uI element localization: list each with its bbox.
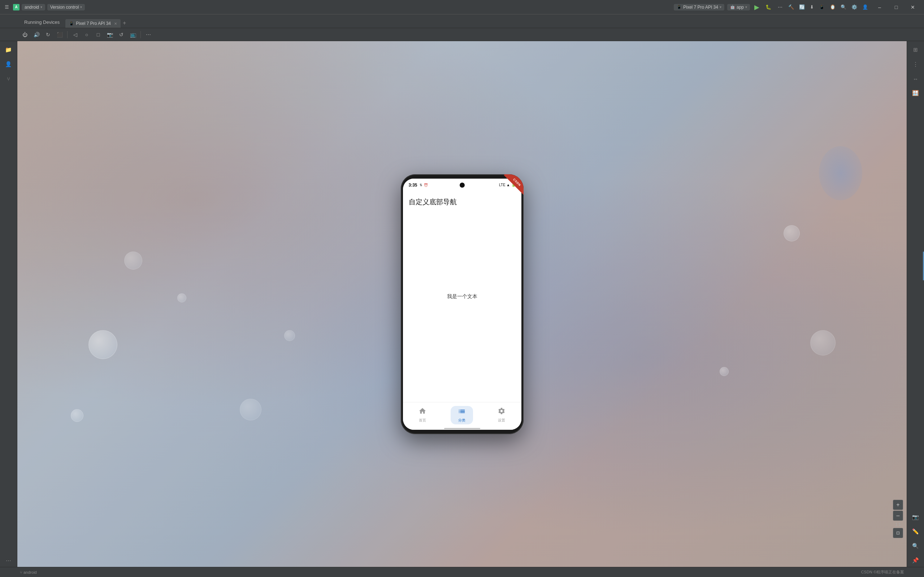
search-button[interactable]: 🔍 [839,3,848,10]
right-inspect-button[interactable]: 🔍 [909,540,922,553]
sync-button[interactable]: 🔄 [797,3,807,10]
recents-button[interactable]: □ [93,30,103,40]
camera-dot [460,182,465,188]
right-pin-button[interactable]: 📌 [909,554,922,567]
app-icon: 🤖 [730,5,735,10]
sdk-button[interactable]: ⬇ [808,3,816,10]
phone-screen[interactable]: 3:35 ⇅ ⏰ LTE ▲ 🔋 [403,179,522,430]
project-selector[interactable]: android ▾ [22,4,45,10]
app-content: 自定义底部导航 我是一个文本 [403,192,522,402]
status-csdn: CSDN ©程序喵正在备案 [861,569,904,575]
account-button[interactable]: 👤 [861,3,870,10]
git-label: android [23,570,37,574]
tab-close-icon[interactable]: ✕ [114,22,117,26]
zoom-in-button[interactable]: + [893,500,903,510]
device-mirror-button[interactable]: 🪞 [828,3,837,10]
zoom-out-button[interactable]: – [893,511,903,521]
signal-icon: ▲ [507,183,510,187]
phone-body: CSDN 3:35 ⇅ ⏰ LTE [401,174,523,434]
status-icons: ⇅ ⏰ [420,183,428,187]
status-time: 3:35 [409,182,417,188]
debug-button[interactable]: 🐛 [764,3,773,10]
bottom-status-bar: ⑂ android CSDN ©程序喵正在备案 [0,567,924,577]
more-run-options-button[interactable]: ⋯ [776,3,784,10]
device-dropdown-icon: ▾ [720,5,721,9]
nav-settings-label: 设置 [498,418,505,423]
zoom-controls: + – 1:1 ⊡ [893,500,903,538]
app-label: app [737,5,744,10]
left-sidebar: 📁 👤 ⑂ ⋯ [0,41,17,567]
nav-item-settings[interactable]: 设置 [482,404,521,426]
zoom-level-label: 1:1 [895,521,901,527]
device-screen-icon: 📱 [677,5,682,10]
build-button[interactable]: 🔨 [787,3,796,10]
right-layout-button[interactable]: ⊞ [909,43,922,56]
minimize-button[interactable]: – [871,0,888,15]
nav-item-category[interactable]: 分类 [442,403,482,427]
bubble-3 [71,409,83,422]
sidebar-more-button[interactable]: ⋯ [2,554,15,567]
right-expand-button[interactable]: ↔ [909,72,922,85]
status-center [460,182,465,188]
tab-running-devices[interactable]: Running Devices [20,17,64,28]
more-options-button[interactable]: ⋯ [143,30,153,40]
sidebar-git-button[interactable]: ⑂ [2,72,15,85]
title-bar-right: 🔨 🔄 ⬇ 📱 🪞 🔍 ⚙️ 👤 – □ ✕ [787,0,921,15]
toolbar-separator-2 [141,31,141,38]
nav-category-label: 分类 [458,418,465,423]
close-button[interactable]: ✕ [905,0,921,15]
phone-status-bar: 3:35 ⇅ ⏰ LTE ▲ 🔋 [403,179,522,192]
power-button[interactable]: ⏻ [20,30,30,40]
version-control-label: Version control [50,5,79,10]
ribbon-text: CSDN [512,177,522,187]
right-sidebar: ⊞ ⋮ ↔ 🪟 📷 ✏️ 🔍 📌 [907,41,924,567]
right-more-button[interactable]: ⋮ [909,58,922,71]
back-button[interactable]: ◁ [70,30,80,40]
title-bar: ☰ A android ▾ Version control ▾ 📱 Pixel … [0,0,924,15]
bubble-7 [783,225,800,242]
bubble-6 [284,330,295,341]
bubble-1 [89,330,117,359]
phone-bottom-nav: 首页 分类 [403,402,522,428]
status-right-group: CSDN ©程序喵正在备案 [861,569,904,575]
fold-button[interactable]: ⬛ [55,30,65,40]
tab-add-button[interactable]: + [121,20,128,26]
version-control-selector[interactable]: Version control ▾ [47,4,85,10]
right-photo-button[interactable]: 📷 [909,511,922,524]
right-extra-button[interactable]: 🪟 [909,87,922,100]
home-button[interactable]: ○ [82,30,92,40]
nav-category-icon [458,408,466,417]
sidebar-user-button[interactable]: 👤 [2,58,15,71]
bubble-9 [720,367,729,376]
zoom-fit-button[interactable]: ⊡ [893,528,903,538]
screenshot-button[interactable]: 📷 [105,30,115,40]
device-selector[interactable]: 📱 Pixel 7 Pro API 34 ▾ [674,4,724,10]
right-edit-button[interactable]: ✏️ [909,525,922,538]
bubble-5 [240,399,262,421]
app-selector[interactable]: 🤖 app ▾ [727,4,750,10]
settings-button[interactable]: ⚙️ [850,3,859,10]
app-title: 自定义底部导航 [409,197,515,207]
nav-item-home[interactable]: 首页 [403,404,442,426]
volume-button[interactable]: 🔊 [31,30,42,40]
nav-settings-icon [498,407,506,417]
tab-device-icon: 📱 [69,21,74,26]
phone-container: CSDN 3:35 ⇅ ⏰ LTE [401,174,523,434]
rotate-button[interactable]: ↻ [43,30,53,40]
tab-pixel-device[interactable]: 📱 Pixel 7 Pro API 34 ✕ [65,19,121,28]
bubble-2 [124,251,142,269]
content-area: CSDN 3:35 ⇅ ⏰ LTE [17,41,907,567]
android-logo-icon: A [13,4,19,10]
app-center-text: 我是一个文本 [447,293,477,300]
avd-button[interactable]: 📱 [817,3,827,10]
undo-button[interactable]: ↺ [116,30,126,40]
title-bar-center: 📱 Pixel 7 Pro API 34 ▾ 🤖 app ▾ ▶ 🐛 ⋯ [674,3,784,12]
hamburger-menu-button[interactable]: ☰ [3,3,11,10]
run-button[interactable]: ▶ [753,3,761,12]
maximize-button[interactable]: □ [888,0,905,15]
sidebar-folder-button[interactable]: 📁 [2,43,15,56]
app-dropdown-icon: ▾ [745,5,747,9]
window-controls: – □ ✕ [871,0,921,15]
tv-button[interactable]: 📺 [128,30,138,40]
bubble-8 [810,330,835,355]
